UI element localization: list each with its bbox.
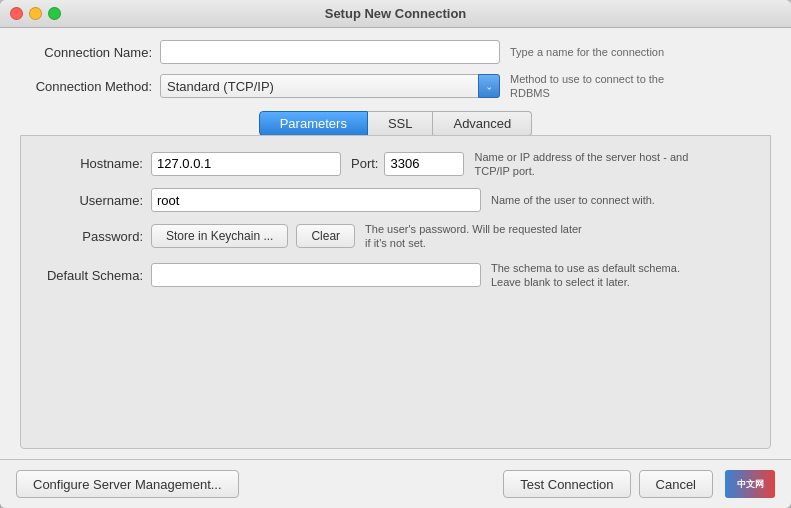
password-buttons: Store in Keychain ... Clear (151, 224, 355, 248)
connection-method-hint: Method to use to connect to the RDBMS (510, 72, 690, 101)
main-content: Connection Name: Type a name for the con… (0, 28, 791, 459)
connection-method-wrapper: Standard (TCP/IP) Standard (TCP/IP) with… (160, 74, 500, 98)
tab-parameters[interactable]: Parameters (259, 111, 368, 136)
top-form: Connection Name: Type a name for the con… (20, 40, 771, 101)
hostname-input[interactable] (151, 152, 341, 176)
password-row: Password: Store in Keychain ... Clear Th… (31, 222, 760, 251)
connection-name-label: Connection Name: (20, 45, 160, 60)
default-schema-row: Default Schema: The schema to use as def… (31, 261, 760, 290)
hostname-row: Hostname: Port: Name or IP address of th… (31, 150, 760, 179)
connection-method-select[interactable]: Standard (TCP/IP) Standard (TCP/IP) with… (160, 74, 500, 98)
bottom-bar: Configure Server Management... Test Conn… (0, 459, 791, 508)
username-input[interactable] (151, 188, 481, 212)
connection-name-hint: Type a name for the connection (510, 45, 664, 59)
port-input[interactable] (384, 152, 464, 176)
connection-method-row: Connection Method: Standard (TCP/IP) Sta… (20, 72, 771, 101)
bottom-right-actions: Test Connection Cancel 中文网 (503, 470, 775, 498)
window-title: Setup New Connection (325, 6, 467, 21)
hostname-hint: Name or IP address of the server host - … (474, 150, 694, 179)
tabs-bar: Parameters SSL Advanced (20, 111, 771, 136)
default-schema-hint: The schema to use as default schema. Lea… (491, 261, 711, 290)
test-connection-button[interactable]: Test Connection (503, 470, 630, 498)
tab-ssl[interactable]: SSL (368, 111, 434, 136)
cancel-button[interactable]: Cancel (639, 470, 713, 498)
parameters-panel: Hostname: Port: Name or IP address of th… (20, 135, 771, 449)
close-button[interactable] (10, 7, 23, 20)
tab-advanced[interactable]: Advanced (433, 111, 532, 136)
default-schema-label: Default Schema: (31, 268, 151, 283)
watermark-badge: 中文网 (725, 470, 775, 498)
port-label: Port: (351, 156, 378, 171)
maximize-button[interactable] (48, 7, 61, 20)
clear-button[interactable]: Clear (296, 224, 355, 248)
username-row: Username: Name of the user to connect wi… (31, 188, 760, 212)
connection-name-row: Connection Name: Type a name for the con… (20, 40, 771, 64)
username-label: Username: (31, 193, 151, 208)
password-label: Password: (31, 229, 151, 244)
store-keychain-button[interactable]: Store in Keychain ... (151, 224, 288, 248)
password-hint: The user's password. Will be requested l… (365, 222, 585, 251)
default-schema-input[interactable] (151, 263, 481, 287)
hostname-label: Hostname: (31, 156, 151, 171)
window-controls (10, 7, 61, 20)
title-bar: Setup New Connection (0, 0, 791, 28)
main-window: Setup New Connection Connection Name: Ty… (0, 0, 791, 508)
connection-method-label: Connection Method: (20, 79, 160, 94)
connection-name-input[interactable] (160, 40, 500, 64)
minimize-button[interactable] (29, 7, 42, 20)
username-hint: Name of the user to connect with. (491, 193, 655, 207)
configure-server-button[interactable]: Configure Server Management... (16, 470, 239, 498)
